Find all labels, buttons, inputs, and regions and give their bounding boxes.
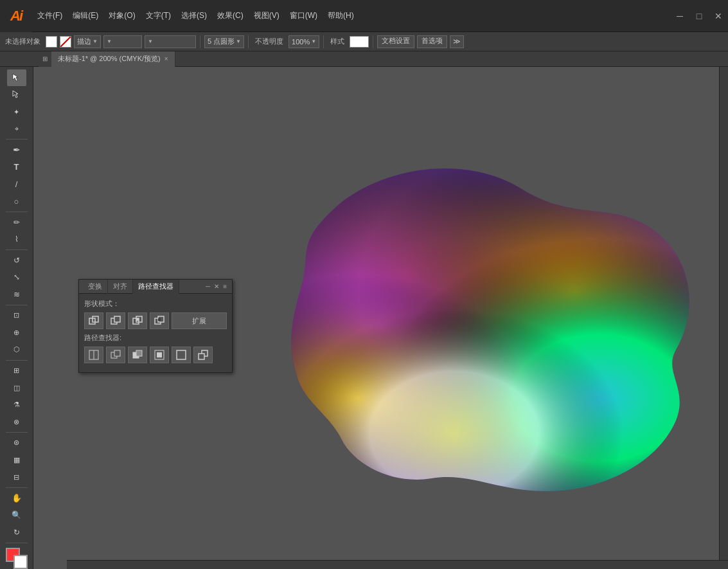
ai-logo: Ai <box>0 0 32 32</box>
panel-menu-button[interactable]: ≡ <box>222 283 228 290</box>
brush-tool-button[interactable]: ⌇ <box>7 231 26 248</box>
sep1 <box>200 35 200 48</box>
tool-sep-1 <box>6 139 28 140</box>
svg-rect-27 <box>199 354 204 359</box>
close-button[interactable]: ✕ <box>709 6 728 26</box>
direct-selection-tool-button[interactable] <box>7 87 26 104</box>
minus-front-button[interactable] <box>106 312 125 329</box>
menu-effect[interactable]: 效果(C) <box>212 0 249 32</box>
menu-select[interactable]: 选择(S) <box>176 0 212 32</box>
point-type-dropdown[interactable]: 5 点圆形 <box>204 35 244 48</box>
color-swatches[interactable] <box>6 548 28 569</box>
intersect-button[interactable] <box>128 312 147 329</box>
vertical-scrollbar[interactable] <box>719 67 728 560</box>
no-selection-label: 未选择对象 <box>3 37 43 46</box>
shape-builder-tool-button[interactable]: ⊕ <box>7 324 26 341</box>
blob-shape <box>213 150 695 504</box>
trim-button[interactable] <box>106 347 125 363</box>
stroke-weight-dropdown[interactable]: 描边 <box>74 35 101 48</box>
stroke-style-dropdown[interactable] <box>103 35 142 48</box>
zoom-tool-button[interactable]: 🔍 <box>7 507 26 524</box>
tab-bar: ⊞ 未标题-1* @ 200% (CMYK/预览) × <box>0 51 728 67</box>
panel-minimize-button[interactable]: ─ <box>204 283 211 290</box>
rotate-tool-button[interactable]: ↺ <box>7 252 26 269</box>
ai-logo-text: Ai <box>10 8 22 24</box>
panel-tab-transform[interactable]: 变换 <box>83 280 108 294</box>
gradient-tool-button[interactable]: ◫ <box>7 379 26 396</box>
style-label: 样式 <box>328 37 347 46</box>
type-tool-button[interactable]: T <box>7 159 26 176</box>
preferences-button[interactable]: 首选项 <box>417 35 447 48</box>
minus-back-button[interactable] <box>193 347 213 363</box>
document-tab[interactable]: 未标题-1* @ 200% (CMYK/预览) × <box>51 51 175 67</box>
panel-header: 变换 对齐 路径查找器 ─ ✕ ≡ <box>79 280 232 294</box>
shape-modes-label: 形状模式： <box>84 299 227 309</box>
pathfinder-panel: 变换 对齐 路径查找器 ─ ✕ ≡ 形状模式： <box>78 279 233 373</box>
pencil-tool-button[interactable]: ✏ <box>7 214 26 231</box>
panel-toggle-btn[interactable]: ⊞ <box>39 51 51 67</box>
mesh-tool-button[interactable]: ⊞ <box>7 363 26 379</box>
panel-tab-pathfinder[interactable]: 路径查找器 <box>133 280 179 294</box>
titlebar: Ai 文件(F) 编辑(E) 对象(O) 文字(T) 选择(S) 效果(C) 视… <box>0 0 728 32</box>
extra-options-button[interactable]: ≫ <box>450 35 464 48</box>
blend-tool-button[interactable]: ⊗ <box>7 414 26 431</box>
lasso-tool-button[interactable]: ⌖ <box>7 121 26 138</box>
pen-tool-button[interactable]: ✒ <box>7 141 26 158</box>
menu-window[interactable]: 窗口(W) <box>285 0 323 32</box>
background-color[interactable] <box>13 555 28 569</box>
style-swatch[interactable] <box>350 36 369 48</box>
free-transform-tool-button[interactable]: ⊡ <box>7 307 26 324</box>
warp-tool-button[interactable]: ≋ <box>7 286 26 303</box>
canvas-area[interactable]: 变换 对齐 路径查找器 ─ ✕ ≡ 形状模式： <box>33 67 728 569</box>
menu-help[interactable]: 帮助(H) <box>323 0 359 32</box>
perspective-tool-button[interactable]: ⬡ <box>7 341 26 358</box>
tab-close-button[interactable]: × <box>164 55 168 62</box>
horizontal-scrollbar[interactable] <box>67 560 728 569</box>
exclude-button[interactable] <box>150 312 169 329</box>
panel-tab-align[interactable]: 对齐 <box>108 280 133 294</box>
symbol-sprayer-tool-button[interactable]: ⊛ <box>7 435 26 451</box>
outline-button[interactable] <box>172 347 191 363</box>
doc-settings-button[interactable]: 文档设置 <box>377 35 414 48</box>
divide-button[interactable] <box>84 347 103 363</box>
chart-tool-button[interactable]: ▦ <box>7 452 26 469</box>
fill-swatch[interactable] <box>46 36 57 48</box>
main-area: ✦ ⌖ ✒ T / ○ ✏ ⌇ ↺ ⤡ ≋ ⊡ ⊕ ⬡ ⊞ ◫ ⚗ ⊗ ⊛ ▦ … <box>0 67 728 569</box>
tool-sep-2 <box>6 212 28 212</box>
menu-edit[interactable]: 编辑(E) <box>67 0 103 32</box>
opacity-dropdown[interactable]: 100% <box>289 35 319 48</box>
unite-button[interactable] <box>84 312 103 329</box>
expand-button[interactable]: 扩展 <box>172 312 227 329</box>
sep4 <box>373 35 373 48</box>
crop-button[interactable] <box>150 347 169 363</box>
panel-body: 形状模式： 扩展 路径查找器: <box>79 294 232 372</box>
tool-sep-3 <box>6 249 28 250</box>
line-tool-button[interactable]: / <box>7 176 26 193</box>
magic-wand-tool-button[interactable]: ✦ <box>7 104 26 120</box>
svg-rect-25 <box>177 350 186 359</box>
scale-tool-button[interactable]: ⤡ <box>7 269 26 286</box>
selection-tool-button[interactable] <box>7 69 26 86</box>
sep2 <box>248 35 249 48</box>
svg-rect-20 <box>114 350 120 356</box>
svg-rect-24 <box>157 352 162 357</box>
eyedropper-tool-button[interactable]: ⚗ <box>7 397 26 413</box>
stroke-swatch[interactable] <box>60 36 71 48</box>
menu-view[interactable]: 视图(V) <box>249 0 285 32</box>
panel-controls: ─ ✕ ≡ <box>204 283 228 290</box>
menu-text[interactable]: 文字(T) <box>141 0 176 32</box>
left-toolbar: ✦ ⌖ ✒ T / ○ ✏ ⌇ ↺ ⤡ ≋ ⊡ ⊕ ⬡ ⊞ ◫ ⚗ ⊗ ⊛ ▦ … <box>0 67 33 569</box>
tool-sep-5 <box>6 360 28 361</box>
menu-object[interactable]: 对象(O) <box>103 0 140 32</box>
minimize-button[interactable]: ─ <box>670 6 689 26</box>
merge-button[interactable] <box>128 347 147 363</box>
artboard-tool-button[interactable]: ⊟ <box>7 469 26 485</box>
variable-width-dropdown[interactable] <box>145 35 196 48</box>
tab-label: 未标题-1* @ 200% (CMYK/预览) <box>58 54 161 64</box>
panel-close-button[interactable]: ✕ <box>213 283 220 290</box>
menu-file[interactable]: 文件(F) <box>32 0 67 32</box>
hand-tool-button[interactable]: ✋ <box>7 490 26 507</box>
rotate3-tool-button[interactable]: ↻ <box>7 524 26 541</box>
ellipse-tool-button[interactable]: ○ <box>7 193 26 210</box>
maximize-button[interactable]: □ <box>689 6 709 26</box>
